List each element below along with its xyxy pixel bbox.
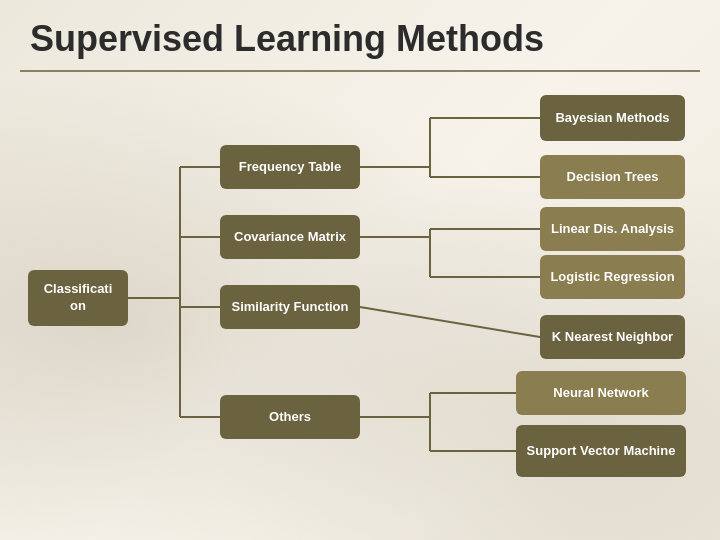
frequency-table-box: Frequency Table [220,145,360,189]
decision-trees-box: Decision Trees [540,155,685,199]
page-container: Supervised Learning Methods [0,0,720,540]
bayesian-methods-box: Bayesian Methods [540,95,685,141]
similarity-function-box: Similarity Function [220,285,360,329]
covariance-matrix-box: Covariance Matrix [220,215,360,259]
logistic-regression-box: Logistic Regression [540,255,685,299]
linear-dis-analysis-box: Linear Dis. Analysis [540,207,685,251]
classification-box: Classificati on [28,270,128,326]
k-nearest-neighbor-box: K Nearest Neighbor [540,315,685,359]
title-divider [20,70,700,72]
svg-line-14 [360,307,540,337]
page-title: Supervised Learning Methods [0,0,720,70]
support-vector-machine-box: Support Vector Machine [516,425,686,477]
neural-network-box: Neural Network [516,371,686,415]
others-box: Others [220,395,360,439]
